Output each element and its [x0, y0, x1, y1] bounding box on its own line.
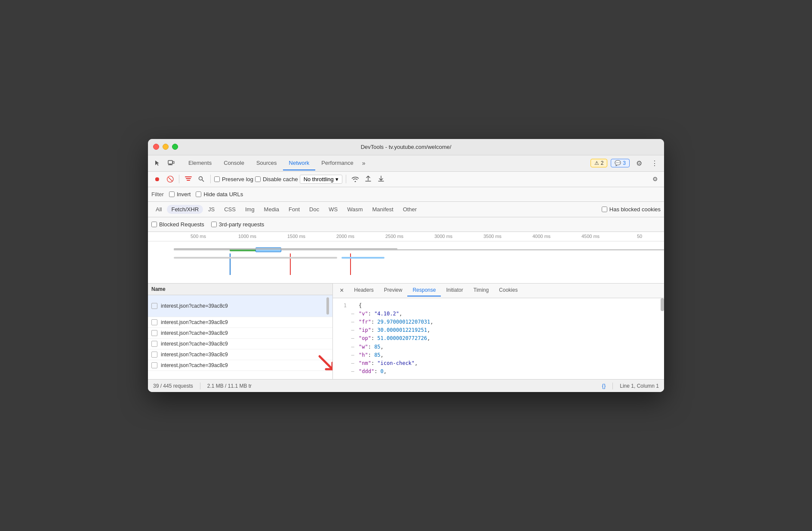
status-divider-2: [612, 383, 613, 389]
detail-tabs: × Headers Preview Response Initiator Tim…: [333, 284, 664, 298]
request-count: 39 / 445 requests: [153, 383, 193, 389]
detail-panel: × Headers Preview Response Initiator Tim…: [333, 284, 664, 380]
tick-500: 500 ms: [174, 234, 223, 241]
message-badge[interactable]: 💬 3: [611, 159, 630, 167]
record-button[interactable]: ⏺: [151, 173, 163, 185]
filter-font[interactable]: Font: [284, 205, 304, 214]
throttle-select[interactable]: No throttling ▾: [300, 175, 342, 184]
file-item-5[interactable]: interest.json?cache=39ac8c9: [148, 360, 332, 371]
tick-1500: 1500 ms: [272, 234, 321, 241]
disable-cache-checkbox[interactable]: Disable cache: [255, 176, 298, 182]
filter-ws[interactable]: WS: [324, 205, 342, 214]
file-item-4[interactable]: interest.json?cache=39ac8c9: [148, 349, 332, 360]
filter-all[interactable]: All: [151, 205, 166, 214]
code-line-1: 1 {: [338, 302, 659, 310]
title-bar: DevTools - tv.youtube.com/welcome/: [148, 139, 664, 155]
blocked-requests-checkbox[interactable]: Blocked Requests: [151, 221, 204, 228]
hide-data-urls-input[interactable]: [196, 191, 201, 197]
detail-tab-response[interactable]: Response: [407, 284, 441, 296]
upload-button[interactable]: [363, 173, 374, 185]
format-button[interactable]: {}: [602, 383, 606, 389]
file-checkbox-0[interactable]: [151, 303, 157, 309]
tab-elements[interactable]: Elements: [182, 156, 218, 170]
traffic-lights: [153, 144, 178, 150]
file-item-2[interactable]: interest.json?cache=39ac8c9: [148, 328, 332, 339]
code-line-h: – "h": 85,: [338, 351, 659, 359]
close-button[interactable]: [153, 144, 159, 150]
file-checkbox-2[interactable]: [151, 330, 157, 336]
disable-cache-input[interactable]: [255, 176, 261, 182]
code-line-op: – "op": 51.0000020772726,: [338, 334, 659, 343]
file-checkbox-1[interactable]: [151, 319, 157, 325]
svg-rect-1: [173, 161, 174, 164]
wifi-button[interactable]: [350, 173, 361, 185]
warning-badge[interactable]: ⚠ 2: [591, 159, 608, 167]
settings-button[interactable]: ⚙: [633, 157, 645, 169]
detail-tab-cookies[interactable]: Cookies: [494, 284, 523, 296]
third-party-checkbox[interactable]: 3rd-party requests: [211, 221, 265, 228]
filter-doc[interactable]: Doc: [305, 205, 323, 214]
filter-types-bar: All Fetch/XHR JS CSS Img Media Font Doc …: [148, 202, 664, 217]
file-checkbox-3[interactable]: [151, 341, 157, 347]
code-line-w: – "w": 85,: [338, 343, 659, 351]
minimize-button[interactable]: [163, 144, 169, 150]
filter-other[interactable]: Other: [399, 205, 421, 214]
maximize-button[interactable]: [172, 144, 178, 150]
settings-gear-btn[interactable]: ⚙: [649, 173, 661, 185]
filter-fetch-xhr[interactable]: Fetch/XHR: [167, 205, 203, 214]
detail-tab-preview[interactable]: Preview: [379, 284, 408, 296]
tab-network[interactable]: Network: [283, 156, 316, 170]
detail-tab-initiator[interactable]: Initiator: [441, 284, 468, 296]
tab-sources[interactable]: Sources: [250, 156, 283, 170]
filter-js[interactable]: JS: [204, 205, 219, 214]
blocked-requests-input[interactable]: [151, 222, 157, 227]
close-panel-button[interactable]: ×: [336, 287, 347, 294]
clear-button[interactable]: 🚫: [164, 173, 175, 185]
toolbar-divider-3: [346, 175, 346, 183]
filter-img[interactable]: Img: [241, 205, 259, 214]
file-item-0[interactable]: interest.json?cache=39ac8c9: [148, 295, 332, 317]
filter-css[interactable]: CSS: [220, 205, 240, 214]
detail-tab-headers[interactable]: Headers: [349, 284, 378, 296]
has-blocked-cookies-input[interactable]: [602, 207, 607, 212]
filter-bar: Filter Invert Hide data URLs: [148, 187, 664, 202]
timeline-chart: [148, 241, 664, 282]
timeline-area[interactable]: 500 ms 1000 ms 1500 ms 2000 ms 2500 ms 3…: [148, 232, 664, 284]
tab-icons: [151, 157, 177, 169]
scrollbar-thumb[interactable]: [661, 298, 664, 311]
window-title: DevTools - tv.youtube.com/welcome/: [361, 144, 452, 150]
filter-button[interactable]: [183, 173, 194, 185]
chevron-down-icon: ▾: [335, 176, 338, 182]
file-name-3: interest.json?cache=39ac8c9: [161, 341, 329, 347]
filter-wasm[interactable]: Wasm: [343, 205, 367, 214]
has-blocked-cookies-checkbox[interactable]: Has blocked cookies: [602, 206, 661, 213]
download-button[interactable]: [375, 173, 387, 185]
file-checkbox-5[interactable]: [151, 362, 157, 368]
tab-more-btn[interactable]: »: [360, 156, 368, 170]
tick-3500: 3500 ms: [468, 234, 517, 241]
tab-console[interactable]: Console: [218, 156, 250, 170]
invert-checkbox[interactable]: Invert: [169, 191, 191, 198]
preserve-log-checkbox[interactable]: Preserve log: [214, 176, 253, 182]
search-button[interactable]: [196, 173, 207, 185]
file-checkbox-4[interactable]: [151, 352, 157, 358]
file-item-3[interactable]: interest.json?cache=39ac8c9: [148, 339, 332, 349]
tab-right-actions: ⚠ 2 💬 3 ⚙ ⋮: [591, 157, 661, 169]
tab-performance[interactable]: Performance: [315, 156, 359, 170]
filter-media[interactable]: Media: [260, 205, 283, 214]
filter-manifest[interactable]: Manifest: [368, 205, 397, 214]
file-item-1[interactable]: interest.json?cache=39ac8c9: [148, 317, 332, 328]
device-icon-btn[interactable]: [165, 157, 177, 169]
toolbar-divider-2: [210, 175, 211, 183]
third-party-input[interactable]: [211, 222, 217, 227]
hide-data-urls-checkbox[interactable]: Hide data URLs: [196, 191, 243, 198]
message-icon: 💬: [615, 160, 621, 166]
preserve-log-input[interactable]: [214, 176, 220, 182]
cursor-icon-btn[interactable]: [151, 157, 163, 169]
timeline-ruler: 500 ms 1000 ms 1500 ms 2000 ms 2500 ms 3…: [148, 232, 664, 241]
tick-50: 50: [615, 234, 664, 241]
invert-input[interactable]: [169, 191, 175, 197]
more-options-button[interactable]: ⋮: [649, 157, 661, 169]
transfer-size: 2.1 MB / 11.1 MB tr: [207, 383, 252, 389]
detail-tab-timing[interactable]: Timing: [468, 284, 494, 296]
